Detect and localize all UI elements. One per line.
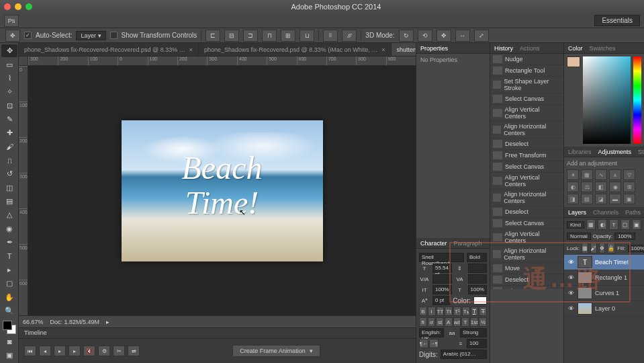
- history-item[interactable]: Bring To Front: [490, 286, 563, 289]
- distribute-icon-2[interactable]: ⫻: [342, 30, 357, 42]
- swatches-tab[interactable]: Swatches: [590, 45, 616, 52]
- opentype-icon[interactable]: T: [461, 317, 469, 327]
- opentype-icon[interactable]: A: [445, 317, 453, 327]
- brush-tool[interactable]: 🖌: [1, 140, 17, 153]
- 3d-scale-icon[interactable]: ⤢: [474, 30, 489, 42]
- history-item[interactable]: Move: [490, 263, 563, 274]
- layer-visibility-toggle[interactable]: 👁: [567, 289, 575, 297]
- lock-all-icon[interactable]: 🔒: [607, 243, 615, 253]
- history-item[interactable]: Align Vertical Centers: [490, 229, 563, 246]
- layer-row[interactable]: 👁Rectangle 1: [564, 270, 644, 286]
- opentype-icon[interactable]: ½: [479, 317, 487, 327]
- ruler-vertical[interactable]: 0100200300400500600: [19, 66, 28, 315]
- layer-name[interactable]: Beach Time!: [595, 259, 629, 266]
- canvas-viewport[interactable]: BeachTime! ↖: [28, 66, 416, 315]
- layer-filter-dropdown[interactable]: Kind: [567, 221, 584, 229]
- history-brush-tool[interactable]: ↺: [1, 167, 17, 180]
- close-window-button[interactable]: [4, 3, 11, 10]
- auto-select-checkbox[interactable]: ✓: [24, 32, 32, 39]
- prev-frame-button[interactable]: ◂: [39, 346, 51, 356]
- vscale-field[interactable]: 100%: [432, 285, 452, 294]
- history-item[interactable]: Rectangle Tool: [490, 65, 563, 77]
- superscript-button[interactable]: T¹: [453, 307, 461, 316]
- current-color-swatch[interactable]: [567, 56, 580, 67]
- font-style-dropdown[interactable]: Bold: [467, 253, 487, 262]
- zoom-tool[interactable]: 🔍: [1, 305, 17, 317]
- close-tab-icon[interactable]: ×: [189, 46, 193, 53]
- curves-adj-icon[interactable]: ∿: [595, 169, 607, 180]
- styles-tab[interactable]: Styles: [638, 149, 644, 155]
- 3d-pan-icon[interactable]: ✥: [436, 30, 451, 42]
- transition-button[interactable]: ⇄: [128, 346, 140, 356]
- ps-logo-icon[interactable]: Ps: [4, 15, 19, 27]
- text-dir-button[interactable]: →¶: [429, 339, 439, 348]
- hue-slider[interactable]: [633, 56, 641, 144]
- align-left-icon[interactable]: ⊏: [205, 30, 220, 42]
- layer-row[interactable]: 👁Layer 0: [564, 301, 644, 317]
- history-item[interactable]: Nudge: [490, 54, 563, 65]
- healing-brush-tool[interactable]: ✚: [1, 126, 17, 139]
- clone-stamp-tool[interactable]: ⎍: [1, 154, 17, 167]
- layers-tab[interactable]: Layers: [568, 209, 586, 216]
- blur-tool[interactable]: △: [1, 208, 17, 221]
- history-list[interactable]: NudgeRectangle ToolSet Shape Layer Strok…: [490, 54, 563, 289]
- filter-adj-icon[interactable]: ◐: [598, 219, 607, 230]
- align-top-icon[interactable]: ⊓: [262, 30, 277, 42]
- align-center-h-icon[interactable]: ⊟: [224, 30, 239, 42]
- history-item[interactable]: Select Canvas: [490, 93, 563, 105]
- zoom-level-field[interactable]: 66.67%: [23, 319, 44, 325]
- channelmixer-adj-icon[interactable]: ⊞: [623, 182, 635, 192]
- history-item[interactable]: Align Vertical Centers: [490, 173, 563, 190]
- history-item[interactable]: Select Canvas: [490, 161, 563, 173]
- hand-tool[interactable]: ✋: [1, 290, 17, 303]
- colorbalance-adj-icon[interactable]: ⚖: [581, 182, 593, 192]
- font-size-field[interactable]: 55.54 pt: [432, 264, 452, 273]
- timeline-header[interactable]: Timeline: [19, 328, 416, 339]
- layer-visibility-toggle[interactable]: 👁: [567, 305, 575, 313]
- subscript-button[interactable]: T₁: [462, 307, 470, 316]
- allcaps-button[interactable]: TT: [436, 307, 445, 316]
- hscale-field[interactable]: 100%: [468, 285, 488, 294]
- history-item[interactable]: Set Shape Layer Stroke: [490, 77, 563, 93]
- levels-adj-icon[interactable]: ▦: [581, 169, 593, 180]
- brightness-adj-icon[interactable]: ☀: [567, 169, 579, 180]
- history-item[interactable]: Deselect: [490, 274, 563, 286]
- type-tool[interactable]: T: [1, 249, 17, 262]
- foreground-background-colors[interactable]: [1, 321, 17, 334]
- fill-field[interactable]: 100%: [628, 245, 644, 252]
- hue-adj-icon[interactable]: ◐: [567, 182, 579, 192]
- vibrance-adj-icon[interactable]: ▽: [623, 169, 635, 180]
- document-info[interactable]: Doc: 1.82M/5.49M: [50, 319, 100, 325]
- filter-text-icon[interactable]: T: [609, 219, 618, 230]
- 3d-roll-icon[interactable]: ⟲: [418, 30, 432, 42]
- ruler-horizontal[interactable]: 3002001000100200300400500600700800900: [19, 56, 416, 66]
- quick-mask-toggle[interactable]: ◙: [1, 335, 17, 348]
- strikethrough-button[interactable]: T̶: [479, 307, 487, 316]
- eyedropper-tool[interactable]: ✎: [1, 113, 17, 126]
- opentype-icon[interactable]: ad: [453, 317, 461, 327]
- filter-shape-icon[interactable]: ▢: [620, 219, 630, 230]
- eraser-tool[interactable]: ◫: [1, 182, 17, 194]
- bold-button[interactable]: B: [419, 307, 427, 316]
- history-item[interactable]: Align Horizontal Centers: [490, 122, 563, 138]
- workspace-switcher[interactable]: Essentials: [594, 15, 640, 26]
- blend-mode-dropdown[interactable]: Normal: [567, 233, 591, 240]
- color-tab[interactable]: Color: [568, 45, 583, 52]
- layer-name[interactable]: Rectangle 1: [595, 274, 627, 281]
- exposure-adj-icon[interactable]: ±: [609, 169, 621, 180]
- smallcaps-button[interactable]: Tt: [445, 307, 453, 316]
- channels-tab[interactable]: Channels: [593, 209, 618, 216]
- text-color-swatch[interactable]: [473, 296, 487, 305]
- 3d-rotate-icon[interactable]: ↻: [399, 30, 414, 42]
- opentype-icon[interactable]: st: [436, 317, 444, 327]
- tracking-field[interactable]: [468, 274, 488, 284]
- opentype-icon[interactable]: σ: [428, 317, 436, 327]
- lasso-tool[interactable]: ⌇: [1, 72, 17, 85]
- audio-mute-button[interactable]: 🔇: [83, 346, 95, 356]
- screen-mode-toggle[interactable]: ▣: [1, 349, 17, 362]
- italic-button[interactable]: I: [428, 307, 436, 316]
- show-transform-checkbox[interactable]: [110, 32, 118, 39]
- photofilter-adj-icon[interactable]: ◉: [609, 182, 621, 192]
- invert-adj-icon[interactable]: ◨: [567, 194, 579, 204]
- layer-thumbnail[interactable]: [578, 302, 592, 315]
